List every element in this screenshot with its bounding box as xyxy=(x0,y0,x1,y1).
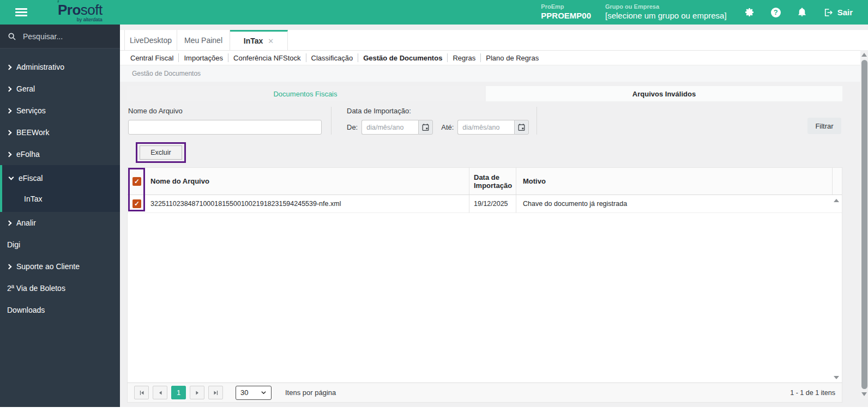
settings-gear-icon[interactable] xyxy=(744,7,755,17)
table-scroll-down-icon[interactable] xyxy=(834,376,839,379)
subtab-central-fiscal[interactable]: Central Fiscal xyxy=(125,54,178,62)
sidebar-item-intax[interactable]: InTax xyxy=(2,189,120,209)
subtab-classificacao[interactable]: Classificação xyxy=(306,54,358,62)
scrollbar-up-icon[interactable] xyxy=(861,53,867,57)
subtab-regras[interactable]: Regras xyxy=(448,54,480,62)
sidebar-item-label: eFolha xyxy=(16,150,40,159)
sidebar: Administrativo Geral Serviços BEEWork eF… xyxy=(0,25,120,407)
chevron-right-icon xyxy=(7,64,12,70)
logout-button[interactable]: Sair xyxy=(823,8,853,17)
proemp-value: PPROEMP00 xyxy=(541,11,591,21)
grupo-empresa-field[interactable]: Grupo ou Empresa [selecione um grupo ou … xyxy=(605,3,727,21)
date-to-input[interactable] xyxy=(457,120,514,135)
last-page-button[interactable] xyxy=(208,386,223,399)
tab-label: Documentos Fiscais xyxy=(273,90,337,98)
logout-icon xyxy=(823,8,833,17)
current-page-button[interactable]: 1 xyxy=(171,386,186,399)
document-type-tabs: Documentos Fiscais Arquivos Inválidos xyxy=(127,86,842,101)
sidebar-item-servicos[interactable]: Serviços xyxy=(0,100,120,122)
tab-arquivos-invalidos[interactable]: Arquivos Inválidos xyxy=(486,86,842,101)
filter-form: Nome do Arquivo Data de Importação: De: … xyxy=(127,105,842,142)
chevron-right-icon xyxy=(7,86,12,92)
grupo-empresa-label: Grupo ou Empresa xyxy=(605,3,727,11)
tab-label: Arquivos Inválidos xyxy=(632,90,696,98)
logout-label: Sair xyxy=(837,8,853,17)
ate-label: Até: xyxy=(441,123,454,131)
tab-livedesktop[interactable]: LiveDesktop xyxy=(124,30,177,50)
calendar-icon[interactable] xyxy=(514,120,529,135)
sidebar-item-label: BEEWork xyxy=(16,128,49,137)
sidebar-item-label: 2ª Via de Boletos xyxy=(7,284,65,293)
chevron-right-icon xyxy=(7,130,12,135)
next-page-button[interactable] xyxy=(190,386,204,399)
sidebar-item-analir[interactable]: Analir xyxy=(0,212,120,234)
previous-page-button[interactable] xyxy=(153,386,167,399)
module-tab-bar: Central Fiscal Importações Conferência N… xyxy=(120,51,868,65)
sidebar-item-administrativo[interactable]: Administrativo xyxy=(0,56,120,78)
date-from-input[interactable] xyxy=(361,120,418,135)
excluir-button[interactable]: Excluir xyxy=(140,145,182,160)
sidebar-item-label: Suporte ao Cliente xyxy=(16,262,80,271)
calendar-icon[interactable] xyxy=(418,120,433,135)
column-header-motivo[interactable]: Motivo xyxy=(523,177,546,185)
search-input[interactable] xyxy=(23,32,105,41)
notifications-bell-icon[interactable] xyxy=(797,7,807,17)
sidebar-item-digi[interactable]: Digi xyxy=(0,234,120,256)
tab-label: Meu Painel xyxy=(184,36,222,45)
subtab-gestao-documentos[interactable]: Gestão de Documentos xyxy=(358,54,447,62)
breadcrumb: Gestão de Documentos xyxy=(120,65,868,82)
help-icon[interactable]: ? xyxy=(771,8,781,17)
breadcrumb-label: Gestão de Documentos xyxy=(132,70,201,77)
sidebar-item-label: Analir xyxy=(16,218,36,227)
sidebar-item-downloads[interactable]: Downloads xyxy=(0,299,120,321)
sidebar-item-suporte[interactable]: Suporte ao Cliente xyxy=(0,256,120,277)
subtab-importacoes[interactable]: Importações xyxy=(179,54,228,62)
pagination-range-label: 1 - 1 de 1 itens xyxy=(790,389,835,397)
top-bar: ‛ Prosoft by alterdata ProEmp PPROEMP00 … xyxy=(0,0,868,25)
logo-pro: Pro xyxy=(58,2,81,18)
select-all-checkbox[interactable]: ✓ xyxy=(132,177,141,186)
sidebar-group-efiscal: eFiscal InTax xyxy=(0,165,120,212)
nome-arquivo-input[interactable] xyxy=(128,120,322,135)
items-per-page-select[interactable]: 30 xyxy=(236,386,272,400)
column-header-data[interactable]: Data de Importação xyxy=(474,173,512,190)
sidebar-item-2via-boletos[interactable]: 2ª Via de Boletos xyxy=(0,277,120,299)
proemp-field: ProEmp PPROEMP00 xyxy=(541,3,591,21)
scrollbar-down-icon[interactable] xyxy=(861,392,867,396)
sidebar-item-beework[interactable]: BEEWork xyxy=(0,122,120,143)
main-area: LiveDesktop Meu Painel InTax ✕ Central F… xyxy=(120,25,868,407)
tab-documentos-fiscais[interactable]: Documentos Fiscais xyxy=(127,86,484,101)
scrollbar-thumb[interactable] xyxy=(861,60,867,389)
cell-motivo: Chave do documento já registrada xyxy=(523,200,627,208)
page-scrollbar[interactable] xyxy=(860,50,868,399)
first-page-button[interactable] xyxy=(134,386,149,399)
row-checkbox[interactable]: ✓ xyxy=(132,199,141,208)
table-row[interactable]: ✓ 32251102384871000181550010021918231594… xyxy=(128,195,842,213)
sidebar-item-label: Downloads xyxy=(7,306,45,314)
sidebar-item-label: Digi xyxy=(7,240,20,249)
sidebar-item-efiscal[interactable]: eFiscal xyxy=(2,167,120,189)
sidebar-item-geral[interactable]: Geral xyxy=(0,78,120,100)
window-tab-bar: LiveDesktop Meu Painel InTax ✕ xyxy=(120,30,868,51)
grupo-empresa-value[interactable]: [selecione um grupo ou empresa] xyxy=(605,11,727,21)
sidebar-item-efolha[interactable]: eFolha xyxy=(0,143,120,165)
prosoft-logo: ‛ Prosoft by alterdata xyxy=(58,3,103,22)
items-per-page-value: 30 xyxy=(240,388,248,397)
tab-meu-painel[interactable]: Meu Painel xyxy=(177,30,230,50)
chevron-right-icon xyxy=(7,264,12,269)
data-importacao-label: Data de Importação: xyxy=(347,107,529,115)
sidebar-search[interactable] xyxy=(0,25,120,48)
tab-close-icon[interactable]: ✕ xyxy=(268,37,274,45)
subtab-plano-regras[interactable]: Plano de Regras xyxy=(481,54,544,62)
tab-intax[interactable]: InTax ✕ xyxy=(230,30,288,50)
hamburger-menu-icon[interactable] xyxy=(15,7,27,18)
column-header-nome[interactable]: Nome do Arquivo xyxy=(150,177,209,185)
items-per-page-label: Itens por página xyxy=(285,388,336,397)
table-scroll-up-icon[interactable] xyxy=(834,199,839,202)
nome-arquivo-label: Nome do Arquivo xyxy=(128,107,331,115)
de-label: De: xyxy=(347,123,358,131)
sidebar-item-label: eFiscal xyxy=(19,174,43,183)
subtab-conferencia-nfstock[interactable]: Conferência NFStock xyxy=(228,54,306,62)
filtrar-button[interactable]: Filtrar xyxy=(807,118,841,134)
tab-label: InTax xyxy=(244,37,263,45)
